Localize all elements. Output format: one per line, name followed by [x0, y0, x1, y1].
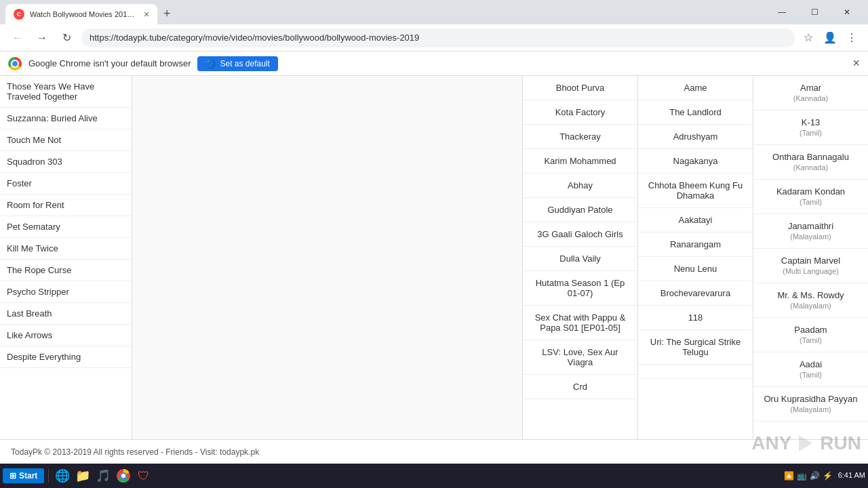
- new-tab-btn[interactable]: +: [157, 4, 176, 23]
- bookmark-icon[interactable]: ☆: [800, 30, 816, 46]
- left-item[interactable]: Touch Me Not: [0, 129, 132, 151]
- col3-item-label: Oru Kuprasidha Payyan: [764, 394, 857, 404]
- menu-icon[interactable]: ⋮: [844, 30, 860, 46]
- footer: TodayPk © 2013-2019 All rights reserved …: [0, 439, 868, 464]
- col2-item[interactable]: Nagakanya: [638, 149, 753, 174]
- minimize-btn[interactable]: —: [766, 3, 797, 22]
- col2-item[interactable]: Chhota Bheem Kung Fu Dhamaka: [638, 174, 753, 208]
- col1-item[interactable]: 3G Gaali Galoch Girls: [523, 222, 637, 247]
- col3-item-sub: (Kannada): [793, 94, 828, 102]
- notif-close-btn[interactable]: ×: [852, 56, 860, 70]
- notif-text: Google Chrome isn't your default browser: [28, 58, 191, 68]
- tab-favicon: C: [14, 9, 24, 20]
- col3-item[interactable]: Kadaram Kondan(Tamil): [753, 180, 868, 214]
- col1-item[interactable]: Thackeray: [523, 125, 637, 149]
- col3-item[interactable]: Amar(Kannada): [753, 76, 868, 110]
- col1-item[interactable]: Bhoot Purva: [523, 76, 637, 100]
- col3-item[interactable]: Onthara Bannagalu(Kannada): [753, 145, 868, 180]
- col2-item[interactable]: Aakatayi: [638, 208, 753, 232]
- col2-item[interactable]: Adrushyam: [638, 125, 753, 149]
- col1-item[interactable]: Abhay: [523, 174, 637, 198]
- page-content: Those Years We Have Traveled TogetherSuz…: [0, 76, 868, 439]
- col2-item[interactable]: Aame: [638, 76, 753, 100]
- tab-close-btn[interactable]: ×: [144, 9, 149, 20]
- col1-item[interactable]: Karim Mohammed: [523, 149, 637, 174]
- taskbar-folder-icon[interactable]: 📁: [73, 466, 92, 485]
- col3-item-sub: (Kannada): [793, 163, 828, 171]
- left-item[interactable]: Pet Sematary: [0, 216, 132, 238]
- taskbar-time: 6:41 AM: [838, 470, 865, 481]
- chrome-titlebar: C Watch Bollywood Movies 2019 Movi... × …: [0, 0, 868, 24]
- taskbar: ⊞ Start 🌐 📁 🎵 🛡 🔼 📺 🔊 ⚡ 6:41 AM: [0, 464, 868, 488]
- left-item[interactable]: Squadron 303: [0, 151, 132, 173]
- taskbar-media-icon[interactable]: 🎵: [94, 466, 113, 485]
- sys-icon-4: ⚡: [823, 471, 833, 481]
- active-tab[interactable]: C Watch Bollywood Movies 2019 Movi... ×: [5, 4, 157, 24]
- col2-item[interactable]: Ranarangam: [638, 232, 753, 257]
- col3-item[interactable]: Aadai(Tamil): [753, 352, 868, 387]
- left-item[interactable]: Last Breath: [0, 303, 132, 325]
- footer-text: TodayPk © 2013-2019 All rights reserved …: [11, 447, 259, 457]
- col3-item[interactable]: Oru Kuprasidha Payyan(Malayalam): [753, 387, 868, 422]
- col3-item[interactable]: Paadam(Tamil): [753, 318, 868, 352]
- forward-btn[interactable]: →: [33, 28, 52, 47]
- taskbar-separator: [48, 469, 49, 483]
- left-item[interactable]: Foster: [0, 173, 132, 195]
- account-icon[interactable]: 👤: [822, 30, 838, 46]
- col1-item[interactable]: Guddiyan Patole: [523, 198, 637, 222]
- set-default-icon: 🔵: [205, 59, 216, 68]
- set-default-btn[interactable]: 🔵 Set as default: [197, 56, 277, 71]
- col2-item[interactable]: Uri: The Surgical Strike Telugu: [638, 330, 753, 365]
- col3-item-label: K-13: [802, 117, 820, 127]
- left-column: Those Years We Have Traveled TogetherSuz…: [0, 76, 132, 439]
- taskbar-ie-icon[interactable]: 🌐: [53, 466, 72, 485]
- sys-icon-1: 🔼: [784, 471, 794, 481]
- col2-item[interactable]: 118: [638, 306, 753, 330]
- col3-item-sub: (Tamil): [800, 129, 822, 137]
- col2-item[interactable]: The Landlord: [638, 100, 753, 125]
- taskbar-security-icon[interactable]: 🛡: [134, 466, 153, 485]
- address-input[interactable]: [81, 28, 795, 47]
- left-item[interactable]: Those Years We Have Traveled Together: [0, 76, 132, 108]
- col3-item[interactable]: Mr. & Ms. Rowdy(Malayalam): [753, 283, 868, 318]
- col3-item-label: Kadaram Kondan: [776, 186, 845, 197]
- left-item[interactable]: The Rope Curse: [0, 260, 132, 281]
- col1-item[interactable]: Hutatma Season 1 (Ep 01-07): [523, 271, 637, 306]
- notification-bar: Google Chrome isn't your default browser…: [0, 52, 868, 76]
- window-controls: — ☐ ✕: [766, 3, 863, 22]
- col3-item[interactable]: Janamaithri(Malayalam): [753, 214, 868, 249]
- col3-item-sub: (Tamil): [800, 198, 822, 206]
- col1-item[interactable]: Crd: [523, 375, 637, 399]
- back-btn[interactable]: ←: [8, 28, 27, 47]
- system-icons: 🔼 📺 🔊 ⚡: [784, 471, 833, 481]
- left-item[interactable]: Kill Me Twice: [0, 238, 132, 260]
- left-item[interactable]: Room for Rent: [0, 195, 132, 216]
- maximize-btn[interactable]: ☐: [799, 3, 830, 22]
- refresh-btn[interactable]: ↻: [57, 28, 76, 47]
- start-button[interactable]: ⊞ Start: [3, 468, 44, 483]
- column-3: Amar(Kannada)K-13(Tamil)Onthara Bannagal…: [753, 76, 868, 439]
- col3-item[interactable]: Captain Marvel(Multi Language): [753, 249, 868, 283]
- address-bar: ← → ↻ ☆ 👤 ⋮: [0, 24, 868, 52]
- col2-item[interactable]: [638, 365, 753, 379]
- col3-item[interactable]: K-13(Tamil): [753, 110, 868, 145]
- taskbar-chrome-icon[interactable]: [114, 466, 133, 485]
- col3-item-label: Aadai: [800, 359, 822, 369]
- col1-item[interactable]: Kota Factory: [523, 100, 637, 125]
- col1-item[interactable]: LSV: Love, Sex Aur Viagra: [523, 340, 637, 375]
- col3-item-label: Amar: [800, 83, 821, 93]
- col1-item[interactable]: Sex Chat with Pappu & Papa S01 [EP01-05]: [523, 306, 637, 340]
- col2-item[interactable]: Nenu Lenu: [638, 257, 753, 281]
- right-columns: Bhoot PurvaKota FactoryThackerayKarim Mo…: [522, 76, 868, 439]
- left-item[interactable]: Despite Everything: [0, 346, 132, 368]
- close-btn[interactable]: ✕: [831, 3, 863, 22]
- col1-item[interactable]: Dulla Vaily: [523, 247, 637, 271]
- left-item[interactable]: Psycho Stripper: [0, 281, 132, 303]
- left-item[interactable]: Like Arrows: [0, 325, 132, 346]
- col3-item-label: Captain Marvel: [781, 256, 840, 266]
- col2-item[interactable]: Brochevarevarura: [638, 281, 753, 306]
- left-item[interactable]: Suzzanna: Buried Alive: [0, 108, 132, 129]
- col3-item-label: Onthara Bannagalu: [772, 152, 849, 162]
- start-label: Start: [19, 471, 37, 481]
- column-2: AameThe LandlordAdrushyamNagakanyaChhota…: [637, 76, 753, 439]
